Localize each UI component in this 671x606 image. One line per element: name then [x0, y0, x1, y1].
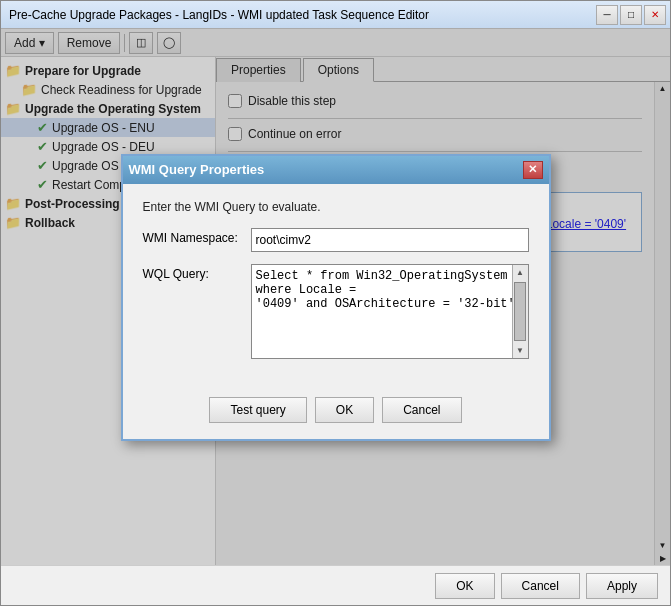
- wmi-query-dialog: WMI Query Properties ✕ Enter the WMI Que…: [121, 154, 551, 441]
- scrollbar-thumb[interactable]: [514, 282, 526, 341]
- cancel-button[interactable]: Cancel: [501, 573, 580, 599]
- dialog-description: Enter the WMI Query to evaluate.: [143, 200, 529, 214]
- dialog-cancel-button[interactable]: Cancel: [382, 397, 461, 423]
- query-row: WQL Query: Select * from Win32_Operating…: [143, 264, 529, 359]
- query-label: WQL Query:: [143, 264, 243, 281]
- close-button[interactable]: ✕: [644, 5, 666, 25]
- query-textarea[interactable]: Select * from Win32_OperatingSystem wher…: [252, 265, 528, 355]
- scrollbar-up[interactable]: ▲: [516, 265, 524, 280]
- test-query-button[interactable]: Test query: [209, 397, 306, 423]
- ok-button[interactable]: OK: [435, 573, 494, 599]
- title-bar: Pre-Cache Upgrade Packages - LangIDs - W…: [1, 1, 670, 29]
- dialog-ok-button[interactable]: OK: [315, 397, 374, 423]
- window-controls: ─ □ ✕: [596, 5, 666, 25]
- minimize-button[interactable]: ─: [596, 5, 618, 25]
- dialog-body: Enter the WMI Query to evaluate. WMI Nam…: [123, 184, 549, 387]
- namespace-row: WMI Namespace:: [143, 228, 529, 252]
- window-title: Pre-Cache Upgrade Packages - LangIDs - W…: [5, 8, 429, 22]
- maximize-button[interactable]: □: [620, 5, 642, 25]
- query-scrollbar[interactable]: ▲ ▼: [512, 265, 528, 358]
- dialog-close-button[interactable]: ✕: [523, 161, 543, 179]
- dialog-title-bar: WMI Query Properties ✕: [123, 156, 549, 184]
- dialog-footer: Test query OK Cancel: [123, 387, 549, 439]
- scrollbar-down[interactable]: ▼: [516, 343, 524, 358]
- apply-button[interactable]: Apply: [586, 573, 658, 599]
- query-textarea-wrap: Select * from Win32_OperatingSystem wher…: [251, 264, 529, 359]
- footer-bar: OK Cancel Apply: [1, 565, 670, 605]
- dialog-overlay: WMI Query Properties ✕ Enter the WMI Que…: [1, 29, 670, 565]
- namespace-input[interactable]: [251, 228, 529, 252]
- namespace-label: WMI Namespace:: [143, 228, 243, 245]
- dialog-title: WMI Query Properties: [129, 162, 265, 177]
